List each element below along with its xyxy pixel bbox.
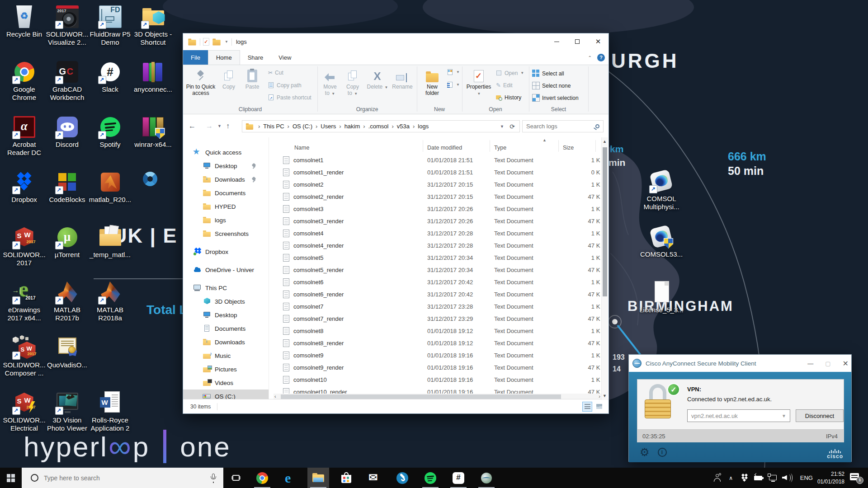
taskbar-app[interactable]: #: [448, 468, 469, 488]
file-row[interactable]: comsolnet2_render 31/12/2017 20:15 Text …: [274, 191, 600, 203]
tab-file[interactable]: File: [183, 50, 208, 65]
file-row[interactable]: comsolnet3 31/12/2017 20:26 Text Documen…: [274, 203, 600, 215]
file-row[interactable]: comsolnet6_render 31/12/2017 20:42 Text …: [274, 288, 600, 300]
column-name[interactable]: Name: [294, 145, 309, 151]
file-row[interactable]: comsolnet9 01/01/2018 19:16 Text Documen…: [274, 349, 600, 361]
breadcrumb-segment[interactable]: This PC›: [263, 123, 292, 130]
file-row[interactable]: comsolnet5 31/12/2017 20:34 Text Documen…: [274, 252, 600, 264]
task-view-button[interactable]: [226, 468, 246, 488]
dropbox-tray-icon[interactable]: [740, 473, 750, 483]
sidebar-item[interactable]: Dropbox: [183, 245, 269, 258]
desktop-icon[interactable]: QuoVadisO...: [46, 334, 89, 389]
breadcrumb-segment[interactable]: v53a›: [397, 123, 418, 130]
desktop-icon[interactable]: [132, 279, 175, 334]
desktop-icon[interactable]: α Acrobat Reader DC: [3, 114, 46, 169]
pin-to-quick-access-button[interactable]: Pin to Quickaccess: [185, 67, 217, 97]
taskbar-app[interactable]: [392, 468, 413, 488]
battery-icon[interactable]: [754, 473, 764, 483]
qat-customize-chevron[interactable]: ▼: [225, 40, 228, 44]
desktop-icon[interactable]: COMSOL Multiphysi...: [637, 168, 686, 224]
close-button[interactable]: ✕: [588, 33, 609, 50]
desktop-icon[interactable]: [132, 169, 175, 224]
horizontal-scrollbar-thumb[interactable]: [281, 394, 561, 399]
taskbar-search-input[interactable]: [43, 474, 188, 482]
microphone-icon[interactable]: [210, 473, 217, 483]
desktop-icon[interactable]: License_5_3...: [637, 279, 686, 335]
sidebar-item[interactable]: Videos: [183, 376, 269, 389]
volume-icon[interactable]: [782, 473, 793, 483]
refresh-icon[interactable]: ⟳: [509, 123, 515, 130]
desktop-icon[interactable]: [132, 334, 175, 389]
sidebar-item[interactable]: Desktop: [183, 159, 269, 173]
paste-button[interactable]: Paste: [241, 67, 264, 90]
taskbar-app[interactable]: [307, 468, 329, 488]
hidden-icons-chevron[interactable]: ∧: [726, 473, 736, 483]
file-row[interactable]: comsolnet4 31/12/2017 20:28 Text Documen…: [274, 227, 600, 239]
file-row[interactable]: comsolnet2 31/12/2017 20:15 Text Documen…: [274, 178, 600, 191]
vertical-scrollbar[interactable]: ▲ ▼: [601, 137, 608, 400]
file-row[interactable]: comsolnet7 31/12/2017 23:28 Text Documen…: [274, 300, 600, 313]
copy-button[interactable]: Copy: [217, 67, 240, 90]
file-row[interactable]: comsolnet1 01/01/2018 21:51 Text Documen…: [274, 154, 600, 166]
sidebar-item[interactable]: OneDrive - Univer: [183, 263, 269, 277]
sidebar-item[interactable]: ♪ Music: [183, 349, 269, 362]
copy-to-button[interactable]: Copyto ▼: [342, 67, 363, 97]
sidebar-item[interactable]: Documents: [183, 322, 269, 335]
vpn-server-combobox[interactable]: vpn2.net.ed.ac.uk▼: [687, 409, 790, 422]
cut-button[interactable]: ✂Cut: [268, 70, 283, 76]
desktop-icon[interactable]: 2017 SOLIDWOR... Visualize 2...: [46, 4, 89, 59]
vpn-close-button[interactable]: ✕: [843, 359, 849, 368]
new-item-button[interactable]: ▼: [447, 69, 460, 75]
people-icon[interactable]: [712, 473, 722, 483]
edit-button[interactable]: ✎Edit: [496, 82, 513, 89]
network-icon[interactable]: [768, 473, 778, 483]
address-dropdown-chevron[interactable]: ▼: [500, 124, 504, 129]
desktop-icon[interactable]: _temp_matl...: [89, 224, 132, 279]
maximize-button[interactable]: [567, 33, 588, 50]
taskbar-app[interactable]: ✉: [363, 468, 385, 488]
tab-share[interactable]: Share: [240, 50, 271, 65]
file-row[interactable]: comsolnet6 31/12/2017 20:42 Text Documen…: [274, 276, 600, 288]
desktop-icon[interactable]: Discord: [46, 114, 89, 169]
sidebar-item[interactable]: Documents: [183, 186, 269, 200]
desktop-icon[interactable]: anyconnec...: [132, 59, 175, 114]
search-box[interactable]: [522, 120, 604, 132]
address-box[interactable]: › This PC›OS (C:)›Users›hakim›.comsol›v5…: [242, 120, 520, 132]
sidebar-item[interactable]: ★ Quick access: [183, 145, 269, 159]
sidebar-item[interactable]: ↓ Downloads: [183, 173, 269, 186]
recent-locations-chevron[interactable]: ▼: [217, 124, 222, 128]
desktop-icon[interactable]: Google Chrome: [3, 59, 46, 114]
easy-access-button[interactable]: ▼: [447, 81, 460, 88]
search-input[interactable]: [523, 122, 586, 130]
file-row[interactable]: comsolnet8 01/01/2018 19:12 Text Documen…: [274, 325, 600, 337]
desktop-icon[interactable]: ♻ Recycle Bin: [3, 4, 46, 59]
paste-shortcut-button[interactable]: ↗Paste shortcut: [268, 94, 311, 101]
minimize-button[interactable]: [546, 33, 567, 50]
action-center-icon[interactable]: 1: [850, 472, 863, 484]
desktop-icon[interactable]: Spotify: [89, 114, 132, 169]
disconnect-button[interactable]: Disconnect: [796, 409, 844, 422]
copy-path-button[interactable]: Copy path: [268, 82, 302, 89]
desktop-icon[interactable]: GC GrabCAD Workbench: [46, 59, 89, 114]
details-view-button[interactable]: [582, 402, 592, 412]
taskbar-app[interactable]: [476, 468, 497, 488]
file-row[interactable]: comsolnet9_render 01/01/2018 19:16 Text …: [274, 361, 600, 374]
forward-button[interactable]: →: [206, 122, 213, 130]
breadcrumb-segment[interactable]: OS (C:)›: [292, 123, 321, 130]
sidebar-item[interactable]: OS (C:): [183, 389, 269, 399]
column-type[interactable]: Type: [494, 145, 506, 151]
desktop-icon[interactable]: 3D Objects - Shortcut: [132, 4, 175, 59]
thumbnail-view-button[interactable]: [594, 402, 604, 412]
desktop-icon[interactable]: [132, 389, 175, 445]
collapse-ribbon-chevron[interactable]: ⌃: [588, 55, 592, 60]
up-button[interactable]: ↑: [226, 122, 230, 130]
qat-new-folder-icon[interactable]: [212, 38, 220, 45]
desktop-icon[interactable]: matlab_R20...: [89, 169, 132, 224]
vpn-minimize-button[interactable]: —: [807, 360, 813, 367]
desktop-icon[interactable]: MATLAB R2018a: [89, 279, 132, 334]
desktop-icon[interactable]: e→|2017 eDrawings 2017 x64...: [3, 279, 46, 334]
desktop-icon[interactable]: µ µTorrent: [46, 224, 89, 279]
desktop-icon[interactable]: SW2017 SOLIDWOR... Electrical: [3, 389, 46, 445]
history-button[interactable]: History: [496, 94, 521, 101]
new-folder-button[interactable]: Newfolder: [419, 67, 445, 97]
